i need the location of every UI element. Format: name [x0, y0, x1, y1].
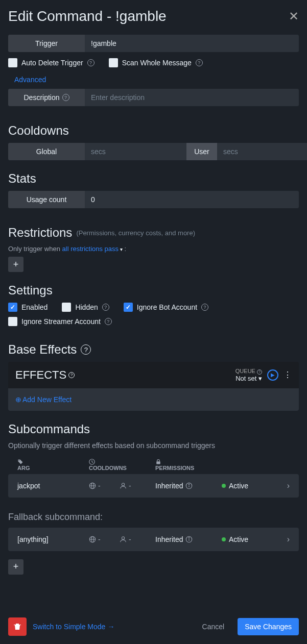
plus-icon: ⊕ — [15, 395, 21, 404]
add-effect-button[interactable]: ⊕Add New Effect — [15, 395, 72, 404]
help-icon[interactable] — [196, 59, 203, 66]
info-icon — [185, 536, 193, 543]
trash-icon — [13, 623, 21, 631]
subcommand-headers: ARG COOLDOWNS PERMISSIONS — [8, 456, 299, 474]
svg-point-8 — [189, 484, 190, 484]
add-restriction-button[interactable]: + — [8, 257, 23, 272]
chevron-right-icon: › — [287, 481, 290, 490]
restrictions-hint: (Permissions, currency costs, and more) — [76, 229, 195, 237]
save-button[interactable]: Save Changes — [238, 618, 299, 635]
subcommands-title: Subcommands — [8, 422, 299, 436]
advanced-link[interactable]: Advanced — [14, 76, 299, 84]
status-dot — [222, 537, 226, 541]
chevron-right-icon: › — [287, 535, 290, 544]
hidden-checkbox[interactable] — [62, 303, 71, 312]
ignore-bot-checkbox[interactable] — [124, 303, 133, 312]
info-icon — [185, 482, 193, 489]
subcommand-arg: jackpot — [17, 482, 89, 490]
close-icon[interactable]: ✕ — [289, 9, 299, 23]
help-icon[interactable] — [68, 372, 75, 378]
fallback-subcommand-row[interactable]: [anything] - - Inherited Active › — [8, 528, 299, 551]
restrictions-condition: Only trigger when all restrictions pass … — [8, 245, 299, 253]
scan-whole-checkbox[interactable] — [109, 58, 118, 67]
base-effects-title: Base Effects — [8, 342, 299, 357]
help-icon[interactable] — [201, 304, 208, 311]
hidden-label: Hidden — [75, 303, 98, 311]
trigger-label: Trigger — [8, 35, 85, 52]
switch-simple-link[interactable]: Switch to Simple Mode → — [33, 623, 114, 631]
cancel-button[interactable]: Cancel — [195, 618, 232, 635]
ignore-bot-label: Ignore Bot Account — [137, 303, 197, 311]
user-cooldown-input[interactable] — [217, 143, 307, 160]
chevron-down-icon: ▾ — [258, 375, 262, 382]
cooldowns-title: Cooldowns — [8, 123, 299, 138]
lock-icon — [155, 459, 290, 465]
stats-title: Stats — [8, 171, 299, 186]
subcommand-arg: [anything] — [17, 535, 89, 543]
trigger-input[interactable] — [85, 35, 299, 52]
svg-point-15 — [189, 537, 190, 538]
fallback-title: Fallback subcommand: — [8, 512, 299, 523]
play-icon[interactable]: ▶ — [267, 369, 278, 381]
ignore-streamer-label: Ignore Streamer Account — [21, 317, 101, 326]
global-cooldown-label: Global — [8, 143, 85, 160]
auto-delete-checkbox[interactable] — [8, 58, 17, 67]
arrow-right-icon: → — [107, 623, 114, 631]
clock-icon — [89, 459, 155, 465]
ignore-streamer-checkbox[interactable] — [8, 317, 17, 326]
help-icon — [257, 369, 262, 375]
help-icon[interactable] — [102, 304, 109, 311]
svg-point-12 — [122, 536, 124, 539]
restrictions-mode-dropdown[interactable]: all restrictions pass — [62, 245, 123, 253]
delete-button[interactable] — [8, 617, 27, 636]
restrictions-title: Restrictions (Permissions, currency cost… — [8, 226, 299, 240]
help-icon[interactable] — [81, 344, 91, 355]
status-dot — [222, 484, 226, 488]
settings-title: Settings — [8, 283, 299, 298]
add-subcommand-button[interactable]: + — [8, 559, 23, 575]
usage-count-input[interactable] — [85, 191, 299, 208]
help-icon[interactable] — [87, 59, 95, 66]
help-icon[interactable] — [105, 318, 112, 325]
user-icon — [120, 482, 127, 489]
subcommand-row[interactable]: jackpot - - Inherited Active › — [8, 474, 299, 498]
user-icon — [120, 536, 127, 543]
svg-point-5 — [122, 483, 124, 485]
subcommands-desc: Optionally trigger different effects bas… — [8, 441, 299, 450]
modal-title: Edit Command - !gamble — [8, 8, 167, 24]
svg-rect-1 — [156, 461, 160, 464]
enabled-label: Enabled — [21, 303, 48, 311]
usage-count-label: Usage count — [8, 191, 85, 208]
globe-icon — [89, 536, 96, 543]
enabled-checkbox[interactable] — [8, 303, 17, 312]
scan-whole-label: Scan Whole Message — [122, 59, 192, 67]
globe-icon — [89, 482, 96, 489]
queue-selector[interactable]: QUEUE Not set ▾ — [235, 368, 262, 382]
effects-label: EFFECTS — [15, 368, 75, 382]
description-label: Description — [8, 89, 85, 106]
user-cooldown-label: User — [186, 143, 217, 160]
global-cooldown-input[interactable] — [85, 143, 186, 160]
help-icon[interactable] — [62, 94, 69, 101]
tag-icon — [17, 459, 89, 465]
auto-delete-label: Auto Delete Trigger — [21, 59, 83, 67]
description-input[interactable] — [85, 89, 299, 106]
more-icon[interactable]: ⋮ — [284, 370, 292, 380]
